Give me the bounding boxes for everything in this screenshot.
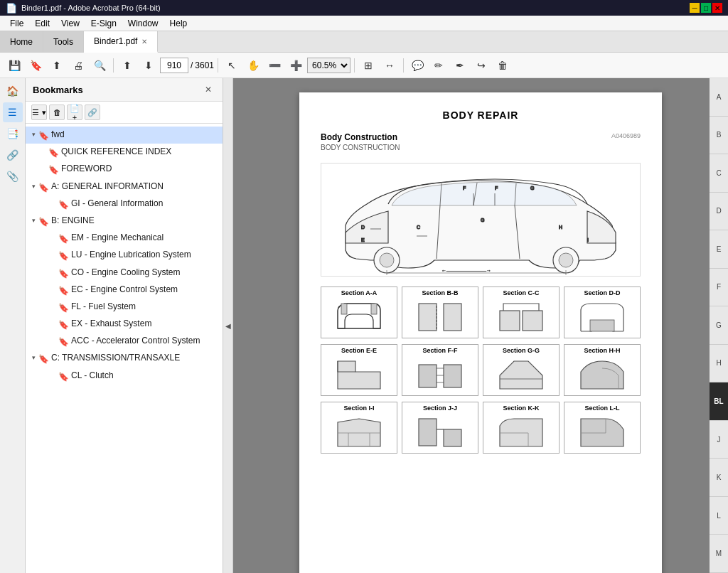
title-bar-left: 📄 Binder1.pdf - Adobe Acrobat Pro (64-bi…: [6, 3, 161, 14]
margin-tab-e[interactable]: E: [710, 230, 728, 269]
sidebar-header-icons: ✕: [201, 82, 215, 97]
fit-width-button[interactable]: ↔: [380, 55, 400, 75]
close-sidebar-button[interactable]: ✕: [201, 82, 215, 97]
margin-tab-b[interactable]: B: [710, 117, 728, 155]
fit-page-button[interactable]: ⊞: [358, 55, 378, 75]
bookmark-c-trans[interactable]: ▾ 🔖 C: TRANSMISSION/TRANSAXLE: [26, 350, 223, 367]
margin-tab-m[interactable]: M: [710, 535, 728, 573]
bookmark-gi[interactable]: ▸ 🔖 GI - General Information: [26, 196, 223, 213]
next-page-button[interactable]: ⬇: [139, 55, 159, 75]
add-bookmark-button[interactable]: 📄+: [67, 105, 82, 120]
ec-label: EC - Engine Control System: [71, 284, 178, 295]
margin-tab-bl[interactable]: BL: [710, 382, 728, 421]
menu-file[interactable]: File: [4, 17, 29, 30]
quick-ref-icon: 🔖: [48, 147, 58, 159]
a-general-arrow: ▾: [28, 182, 38, 191]
section-gg-diagram: [486, 356, 557, 393]
upload-button[interactable]: ⬆: [47, 55, 67, 75]
bookmark-fl[interactable]: ▸ 🔖 FL - Fuel System: [26, 299, 223, 316]
maximize-button[interactable]: □: [701, 3, 711, 13]
page-number-input[interactable]: [160, 58, 188, 73]
margin-tab-h[interactable]: H: [710, 345, 728, 383]
section-ee: Section E-E: [321, 344, 397, 396]
bookmark-button[interactable]: 🔖: [26, 55, 46, 75]
home-panel-button[interactable]: 🏠: [3, 81, 23, 101]
pdf-area[interactable]: BODY REPAIR Body Construction BODY CONST…: [233, 78, 728, 573]
gi-label: GI - General Information: [71, 198, 163, 209]
margin-tab-a[interactable]: A: [710, 78, 728, 117]
sidebar: Bookmarks ✕ ☰ ▾ 🗑 📄+ 🔗 ▾ 🔖 fwd ▸ �: [26, 78, 223, 573]
bookmark-foreword[interactable]: ▸ 🔖 FOREWORD: [26, 161, 223, 178]
tab-close-icon[interactable]: ✕: [141, 38, 147, 45]
delete-bookmark-button[interactable]: 🗑: [49, 105, 65, 120]
a-general-label: A: GENERAL INFORMATION: [51, 181, 164, 192]
tab-tools[interactable]: Tools: [43, 31, 84, 52]
minimize-button[interactable]: ─: [690, 3, 700, 13]
toolbar: 💾 🔖 ⬆ 🖨 🔍 ⬆ ⬇ / 3601 ↖ ✋ ➖ ➕ 60.5% 50% 7…: [0, 53, 728, 78]
co-label: CO - Engine Cooling System: [71, 267, 180, 278]
close-button[interactable]: ✕: [712, 3, 722, 13]
svg-text:C: C: [417, 225, 420, 230]
menu-view[interactable]: View: [55, 17, 85, 30]
svg-rect-29: [444, 304, 461, 331]
margin-tab-f[interactable]: F: [710, 269, 728, 307]
delete-button[interactable]: 🗑: [493, 55, 513, 75]
bookmark-tree[interactable]: ▾ 🔖 fwd ▸ 🔖 QUICK REFERENCE INDEX ▸ 🔖 FO…: [26, 124, 223, 573]
section-ii-label: Section I-I: [323, 405, 395, 412]
bookmark-b-engine[interactable]: ▾ 🔖 B: ENGINE: [26, 213, 223, 230]
bookmarks-panel-button[interactable]: ☰: [3, 102, 23, 122]
section-hh-label: Section H-H: [567, 347, 638, 354]
bookmark-a-general[interactable]: ▾ 🔖 A: GENERAL INFORMATION: [26, 178, 223, 196]
tab-home-label: Home: [10, 37, 33, 47]
bookmark-fwd[interactable]: ▾ 🔖 fwd: [26, 127, 223, 144]
prev-page-button[interactable]: ⬆: [117, 55, 137, 75]
print-button[interactable]: 🖨: [68, 55, 88, 75]
margin-tab-j[interactable]: J: [710, 421, 728, 459]
search-button[interactable]: 🔍: [90, 55, 109, 75]
menu-esign[interactable]: E-Sign: [85, 17, 122, 30]
margin-tab-k[interactable]: K: [710, 459, 728, 497]
save-button[interactable]: 💾: [4, 55, 24, 75]
margin-tab-d[interactable]: D: [710, 193, 728, 231]
sign-button[interactable]: ✒: [450, 55, 470, 75]
hand-tool-button[interactable]: ✋: [243, 55, 263, 75]
section-jj-diagram: [405, 414, 476, 451]
bookmark-lu[interactable]: ▸ 🔖 LU - Engine Lubrication System: [26, 247, 223, 264]
zoom-out-button[interactable]: ➖: [264, 55, 284, 75]
share-button[interactable]: ↪: [471, 55, 491, 75]
bookmark-cl[interactable]: ▸ 🔖 CL - Clutch: [26, 368, 223, 385]
section-ff-diagram: [405, 356, 476, 393]
bookmark-co[interactable]: ▸ 🔖 CO - Engine Cooling System: [26, 264, 223, 282]
bookmark-ec[interactable]: ▸ 🔖 EC - Engine Control System: [26, 282, 223, 299]
bookmark-ex[interactable]: ▸ 🔖 EX - Exhaust System: [26, 316, 223, 333]
section-jj-label: Section J-J: [405, 405, 476, 412]
options-menu-button[interactable]: ☰ ▾: [31, 105, 47, 120]
attachments-panel-button[interactable]: 📎: [3, 166, 23, 186]
foreword-label: FOREWORD: [61, 163, 112, 174]
menu-help[interactable]: Help: [164, 17, 193, 30]
comment-button[interactable]: 💬: [407, 55, 427, 75]
cursor-tool-button[interactable]: ↖: [222, 55, 242, 75]
svg-text:F: F: [495, 186, 498, 191]
menu-window[interactable]: Window: [122, 17, 164, 30]
margin-tab-c[interactable]: C: [710, 154, 728, 193]
zoom-select[interactable]: 60.5% 50% 75% 100% 125% 150%: [307, 58, 350, 73]
bookmark-quick-ref[interactable]: ▸ 🔖 QUICK REFERENCE INDEX: [26, 144, 223, 161]
title-bar-controls[interactable]: ─ □ ✕: [690, 3, 722, 13]
tab-binder1[interactable]: Binder1.pdf ✕: [84, 31, 158, 53]
pen-button[interactable]: ✏: [429, 55, 449, 75]
zoom-in-button[interactable]: ➕: [286, 55, 306, 75]
svg-rect-27: [371, 304, 377, 314]
acc-label: ACC - Accelerator Control System: [71, 335, 200, 346]
layers-panel-button[interactable]: 🔗: [3, 145, 23, 165]
bookmark-acc[interactable]: ▸ 🔖 ACC - Accelerator Control System: [26, 333, 223, 350]
add-link-button[interactable]: 🔗: [85, 105, 100, 120]
section-aa-label: Section A-A: [323, 289, 395, 296]
menu-edit[interactable]: Edit: [29, 17, 55, 30]
pages-panel-button[interactable]: 📑: [3, 124, 23, 144]
sidebar-collapse-handle[interactable]: ◀: [223, 78, 233, 573]
margin-tab-g[interactable]: G: [710, 306, 728, 345]
tab-home[interactable]: Home: [0, 31, 43, 52]
margin-tab-l[interactable]: L: [710, 497, 728, 535]
bookmark-em[interactable]: ▸ 🔖 EM - Engine Mechanical: [26, 230, 223, 247]
